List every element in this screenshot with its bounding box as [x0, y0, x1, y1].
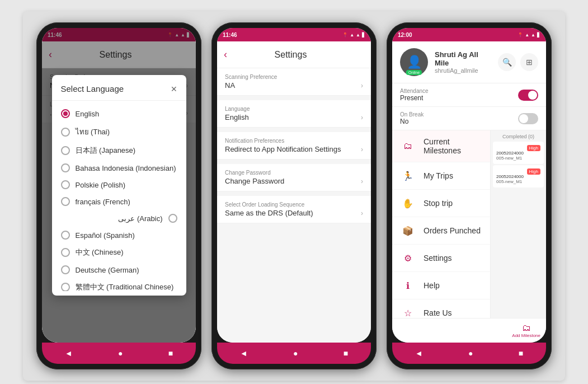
phone-3-status-icons: 📍 ▲ ▲ ▋ [518, 32, 540, 38]
lang-label-th: ไทย (Thai) [76, 126, 110, 138]
help-label: Help [424, 281, 440, 290]
p3-nav-back-icon[interactable]: ◄ [415, 349, 423, 358]
break-toggle[interactable] [518, 113, 538, 124]
profile-header-right: 🔍 ⊞ [498, 53, 538, 71]
nav-back-icon[interactable]: ◄ [65, 349, 73, 358]
lang-item-de[interactable]: Deutsche (German) [52, 261, 186, 278]
phone-3: 12:00 📍 ▲ ▲ ▋ 👤 Online Shruti Ag All Mil… [387, 22, 552, 369]
lang-item-ja[interactable]: 日本語 (Japanese) [52, 142, 186, 160]
lang-item-es[interactable]: Español (Spanish) [52, 227, 186, 243]
milestones-label: Current Milestones [424, 137, 481, 155]
drawer-item-stop[interactable]: ✋ Stop trip [392, 190, 490, 217]
p2-section-3: Notification Preferences Redirect to App… [217, 132, 371, 160]
break-info: On Break No [400, 111, 424, 125]
lang-item-th[interactable]: ไทย (Thai) [52, 122, 186, 142]
p2-language-item[interactable]: Language English › [217, 100, 371, 128]
lang-item-ar[interactable]: عربى (Arabic) [52, 210, 186, 227]
card-id-1: 20052024000 [496, 151, 540, 156]
p2-scanning-value: NA › [225, 81, 363, 90]
radio-es [61, 231, 70, 240]
p2-nav-back-icon[interactable]: ◄ [240, 349, 248, 358]
phone-3-bottom-bar: 🗂 Add Milestone [392, 318, 546, 343]
screenshot-container: 11:46 📍 ▲ ▲ ▋ ‹ Settings Scanning Prefer… [23, 11, 565, 381]
break-label: On Break [400, 111, 424, 118]
lang-item-fr[interactable]: français (French) [52, 193, 186, 210]
phone-2-status-icons: 📍 ▲ ▲ ▋ [342, 32, 365, 38]
phone-2-settings-content: Scanning Preference NA › Language Englis… [217, 68, 371, 343]
add-milestone-label: Add Milestone [512, 333, 540, 338]
trips-icon: 🏃 [401, 169, 415, 182]
lang-item-pl[interactable]: Polskie (Polish) [52, 176, 186, 193]
nav-home-icon[interactable]: ● [118, 349, 123, 358]
p2-language-value: English › [225, 113, 363, 121]
p2-section-2: Language English › [217, 100, 371, 128]
card-id-2: 20052024000 [496, 174, 540, 179]
card-sub-1: 005-new_M1 [496, 156, 540, 161]
p2-language-label: Language [225, 106, 363, 112]
phone-1-nav: ◄ ● ■ [42, 343, 196, 364]
p2-language-chevron: › [361, 114, 363, 121]
drawer-item-milestones[interactable]: 🗂 Current Milestones [392, 130, 490, 162]
radio-de [61, 265, 70, 274]
drawer-item-rate[interactable]: ☆ Rate Us [392, 299, 490, 318]
lang-item-en[interactable]: English [52, 105, 186, 122]
p2-scanning-chevron: › [361, 82, 363, 90]
lang-item-zhtw[interactable]: 繁體中文 (Traditional Chinese) [52, 278, 186, 291]
attendance-toggle[interactable] [518, 90, 538, 101]
attendance-label: Attendance [400, 88, 429, 94]
radio-id [61, 163, 70, 172]
phone-2-screen: 11:46 📍 ▲ ▲ ▋ ‹ Settings Scanning Prefer… [217, 28, 371, 343]
p2-sequence-item[interactable]: Select Order Loading Sequence Same as th… [217, 196, 371, 223]
phone-2-time: 11:46 [223, 32, 237, 38]
phone-3-main-content: 🗂 Current Milestones 🏃 My Trips ✋ Stop t… [392, 130, 546, 318]
search-button[interactable]: 🔍 [498, 53, 516, 71]
settings-icon: ⚙ [401, 251, 415, 265]
p2-notif-text: Redirect to App Notification Settings [225, 145, 341, 153]
lang-label-fr: français (French) [76, 198, 130, 206]
radio-zhtw [61, 283, 70, 291]
orders-icon: 📦 [401, 224, 415, 237]
p2-password-label: Change Password [225, 170, 363, 176]
trips-label: My Trips [424, 171, 453, 180]
p2-language-text: English [225, 113, 249, 121]
nav-recent-icon[interactable]: ■ [168, 349, 173, 358]
avatar-icon: 👤 [407, 55, 422, 69]
p2-notif-label: Notification Preferences [225, 138, 363, 144]
p2-nav-home-icon[interactable]: ● [293, 349, 298, 358]
p3-nav-home-icon[interactable]: ● [468, 349, 473, 358]
p2-password-item[interactable]: Change Password Change Password › [217, 164, 371, 191]
rate-icon: ☆ [401, 306, 415, 318]
p3-location-icon: 📍 [518, 32, 523, 38]
lang-label-zh: 中文 (Chinese) [76, 247, 124, 257]
right-panel: Completed (0) High 20052024000 005-new_M… [490, 130, 546, 318]
radio-ar [168, 214, 177, 223]
priority-badge-2: High [527, 168, 540, 175]
lang-item-zh[interactable]: 中文 (Chinese) [52, 243, 186, 261]
p3-nav-recent-icon[interactable]: ■ [519, 349, 523, 358]
lang-label-zhtw: 繁體中文 (Traditional Chinese) [76, 282, 174, 291]
p2-notif-chevron: › [361, 146, 363, 153]
lang-label-id: Bahasa Indonesia (Indonesian) [76, 164, 176, 172]
p3-battery-icon: ▋ [537, 32, 540, 38]
p2-location-icon: 📍 [342, 32, 348, 38]
priority-badge-1: High [527, 145, 540, 151]
drawer-item-settings[interactable]: ⚙ Settings [392, 245, 490, 272]
drawer-item-trips[interactable]: 🏃 My Trips [392, 162, 490, 190]
grid-button[interactable]: ⊞ [520, 53, 538, 71]
p2-wifi-icon: ▲ [356, 32, 360, 38]
dialog-close-button[interactable]: ✕ [171, 85, 177, 93]
phone-2-title: Settings [234, 50, 347, 60]
lang-item-id[interactable]: Bahasa Indonesia (Indonesian) [52, 160, 186, 176]
phone-2-back-button[interactable]: ‹ [224, 49, 227, 60]
radio-en [61, 109, 70, 118]
lang-label-de: Deutsche (German) [76, 266, 139, 274]
p2-nav-recent-icon[interactable]: ■ [344, 349, 348, 358]
radio-th [61, 128, 70, 137]
add-milestone-button[interactable]: 🗂 Add Milestone [512, 323, 540, 338]
p2-notification-item[interactable]: Notification Preferences Redirect to App… [217, 132, 371, 160]
drawer-item-help[interactable]: ℹ Help [392, 272, 490, 299]
profile-name: Shruti Ag All Mile [435, 50, 491, 67]
drawer-item-orders[interactable]: 📦 Orders Punched [392, 217, 490, 245]
panel-card-2: High 20052024000 005-new_M1 [493, 165, 544, 188]
p2-scanning-item[interactable]: Scanning Preference NA › [217, 68, 371, 96]
